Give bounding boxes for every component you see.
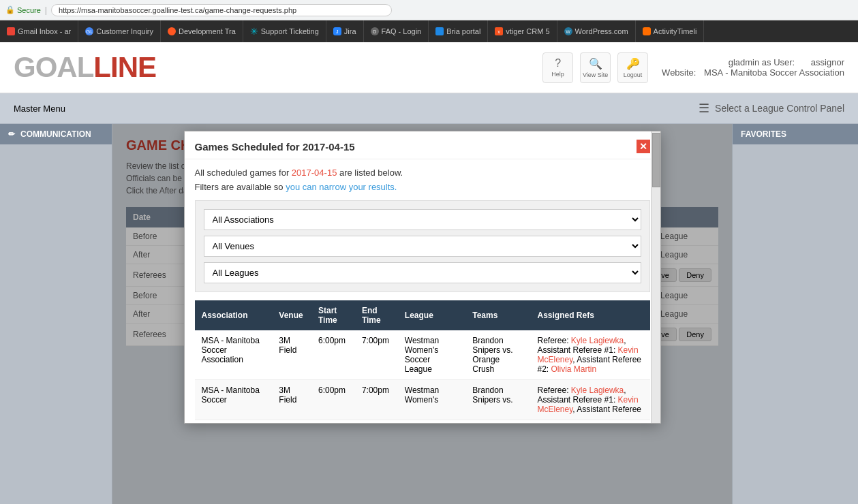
associations-filter[interactable]: All Associations [204, 209, 641, 230]
modal-body: All scheduled games for 2017-04-15 are l… [185, 159, 660, 423]
faq-favicon-icon: O [371, 27, 379, 35]
favorites-section-header: FAVORITES [733, 124, 858, 144]
viewsite-icon: 🔍 [589, 57, 602, 70]
browser-bar: 🔒 Secure | https://msa-manitobasoccer.go… [0, 0, 858, 20]
modal-row2-refs: Referee: Kyle Lagiewka, Assistant Refere… [531, 380, 650, 420]
tab-devtra[interactable]: Development Tra [161, 20, 243, 42]
app-header: GOALLINE ? Help 🔍 View Site 🔑 Logout gla… [0, 42, 858, 93]
vtiger-favicon-icon: v [495, 27, 503, 35]
sidebar-left: ✏ COMMUNICATION [0, 124, 112, 504]
support-favicon-icon: ✳ [250, 26, 258, 37]
modal-description: All scheduled games for 2017-04-15 are l… [195, 168, 650, 178]
activity-favicon-icon [643, 27, 651, 35]
tab-gl[interactable]: GL Customer Inquiry [78, 20, 161, 42]
modal-dialog: Games Scheduled for 2017-04-15 ✕ All sch… [184, 131, 661, 424]
venues-filter[interactable]: All Venues [204, 236, 641, 257]
content-area: GAME CHANGE R Review the list of game ch… [112, 124, 732, 504]
help-button[interactable]: ? Help [542, 52, 573, 83]
tab-gmail[interactable]: Gmail Inbox - ar [0, 20, 78, 42]
modal-games-table: Association Venue Start Time End Time Le… [195, 300, 650, 420]
league-control-label[interactable]: Select a League Control Panel [715, 103, 844, 114]
modal-col-end-time: End Time [355, 300, 398, 330]
ref-link-martin-1[interactable]: Olivia Martin [551, 364, 597, 374]
modal-filter-description: Filters are available so you can narrow … [195, 182, 650, 192]
modal-row2-venue: 3M Field [272, 380, 311, 420]
ref-link-mceleney-2[interactable]: Kevin McEleney [538, 395, 639, 414]
modal-title-bar: Games Scheduled for 2017-04-15 ✕ [185, 131, 660, 159]
modal-col-association: Association [195, 300, 273, 330]
gl-favicon-icon: GL [85, 27, 93, 35]
scroll-thumb[interactable] [652, 133, 660, 187]
ref-link-lagiewka-1[interactable]: Kyle Lagiewka [571, 336, 624, 345]
modal-close-button[interactable]: ✕ [637, 140, 650, 153]
pencil-icon: ✏ [8, 129, 15, 139]
logo-container: GOALLINE [14, 51, 542, 84]
modal-row2-league: Westman Women's [398, 380, 465, 420]
sidebar-right: FAVORITES [732, 124, 858, 504]
hamburger-icon[interactable]: ☰ [699, 101, 709, 116]
website-line: Website: MSA - Manitoba Soccer Associati… [662, 67, 844, 78]
tab-faq[interactable]: O FAQ - Login [364, 20, 429, 42]
tab-wordpress[interactable]: W WordPress.com [557, 20, 636, 42]
tab-vtiger[interactable]: v vtiger CRM 5 [488, 20, 557, 42]
devtra-favicon-icon [168, 27, 176, 35]
modal-title: Games Scheduled for 2017-04-15 [195, 141, 355, 153]
nav-right: ☰ Select a League Control Panel [699, 101, 844, 116]
user-info: gladmin as User: assignor Website: MSA -… [662, 57, 844, 78]
communication-section-header: ✏ COMMUNICATION [0, 124, 112, 144]
modal-col-start-time: Start Time [311, 300, 355, 330]
modal-row1-association: MSA - Manitoba Soccer Association [195, 330, 273, 380]
jira-favicon-icon: J [333, 27, 341, 35]
modal-row2-teams: Brandon Snipers vs. [465, 380, 530, 420]
modal-table-row: MSA - Manitoba Soccer Association 3M Fie… [195, 330, 650, 380]
tab-support[interactable]: ✳ Support Ticketing [243, 20, 326, 42]
modal-table-header-row: Association Venue Start Time End Time Le… [195, 300, 650, 330]
viewsite-button[interactable]: 🔍 View Site [580, 52, 611, 83]
logo-goal-text: GOAL [14, 51, 93, 83]
ref-link-mceleney-1[interactable]: Kevin McEleney [538, 345, 639, 364]
wordpress-favicon-icon: W [564, 27, 572, 35]
bria-favicon-icon [435, 27, 444, 35]
url-bar[interactable]: https://msa-manitobasoccer.goalline-test… [51, 4, 392, 16]
modal-row2-start: 6:00pm [311, 380, 355, 420]
modal-row1-refs: Referee: Kyle Lagiewka, Assistant Refere… [531, 330, 650, 380]
master-menu-label[interactable]: Master Menu [14, 104, 65, 114]
tab-bar: Gmail Inbox - ar GL Customer Inquiry Dev… [0, 20, 858, 42]
modal-col-venue: Venue [272, 300, 311, 330]
modal-row1-league: Westman Women's Soccer League [398, 330, 465, 380]
header-icons: ? Help 🔍 View Site 🔑 Logout [542, 52, 648, 83]
modal-table-row: MSA - Manitoba Soccer 3M Field 6:00pm 7:… [195, 380, 650, 420]
tab-jira[interactable]: J Jira [326, 20, 364, 42]
modal-overlay: Games Scheduled for 2017-04-15 ✕ All sch… [112, 124, 732, 504]
modal-row2-end: 7:00pm [355, 380, 398, 420]
logout-icon: 🔑 [626, 57, 640, 70]
secure-badge: 🔒 Secure [5, 5, 41, 14]
modal-row1-end: 7:00pm [355, 330, 398, 380]
ref-link-lagiewka-2[interactable]: Kyle Lagiewka [571, 385, 624, 395]
tab-bria[interactable]: Bria portal [429, 20, 488, 42]
modal-row1-teams: Brandon Snipers vs. Orange Crush [465, 330, 530, 380]
modal-col-teams: Teams [465, 300, 530, 330]
modal-col-refs: Assigned Refs [531, 300, 650, 330]
help-icon: ? [555, 57, 561, 69]
modal-row2-association: MSA - Manitoba Soccer [195, 380, 273, 420]
main-area: ✏ COMMUNICATION GAME CHANGE R Review the… [0, 124, 858, 504]
logout-button[interactable]: 🔑 Logout [617, 52, 648, 83]
filters-section: All Associations All Venues All Leagues [195, 200, 650, 292]
gmail-favicon-icon [7, 27, 15, 35]
nav-bar: Master Menu ☰ Select a League Control Pa… [0, 93, 858, 124]
modal-scrollbar[interactable] [651, 131, 660, 423]
app-logo: GOALLINE [14, 51, 156, 83]
user-role-line: gladmin as User: assignor [662, 57, 844, 67]
leagues-filter[interactable]: All Leagues [204, 262, 641, 283]
logo-line-text: LINE [93, 51, 156, 83]
modal-row1-start: 6:00pm [311, 330, 355, 380]
tab-activity[interactable]: ActivityTimeli [636, 20, 705, 42]
modal-col-league: League [398, 300, 465, 330]
modal-row1-venue: 3M Field [272, 330, 311, 380]
